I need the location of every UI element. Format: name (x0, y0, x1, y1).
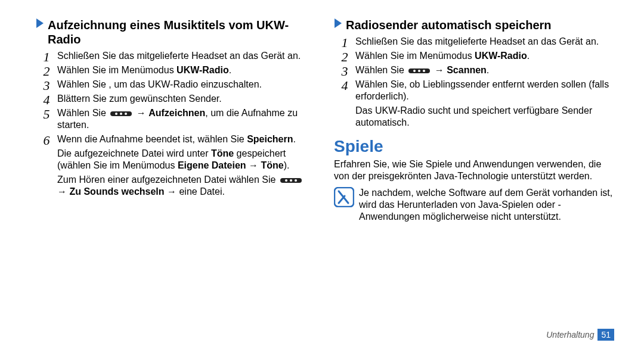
step-item: 3 Wählen Sie → Scannen. (355, 64, 614, 76)
steps-list-left: 1 Schließen Sie das mitgelieferte Headse… (36, 50, 310, 198)
step-number: 6 (39, 132, 54, 149)
step-text: Wählen Sie, ob Lieblingssender entfernt … (355, 79, 614, 102)
step-item: 4 Blättern Sie zum gewünschten Sender. (57, 93, 310, 105)
step-text: Wählen Sie im Menümodus UKW-Radio. (57, 64, 310, 76)
step-item: 1 Schließen Sie das mitgelieferte Headse… (57, 50, 310, 62)
more-dots-icon (110, 111, 132, 116)
heading-text: Aufzeichnung eines Musiktitels vom UKW-R… (48, 18, 310, 46)
step-number: 4 (338, 77, 352, 94)
section-heading-recording: Aufzeichnung eines Musiktitels vom UKW-R… (36, 18, 310, 46)
step-item: 2 Wählen Sie im Menümodus UKW-Radio. (57, 64, 310, 76)
left-column: Aufzeichnung eines Musiktitels vom UKW-R… (36, 18, 328, 343)
note-icon (334, 187, 354, 207)
step-item: 1 Schließen Sie das mitgelieferte Headse… (355, 36, 614, 48)
step-subtext: Die aufgezeichnete Datei wird unter Töne… (57, 148, 310, 172)
section-heading-autoscan: Radiosender automatisch speichern (334, 18, 614, 32)
step-subtext: Zum Hören einer aufgezeichneten Datei wä… (57, 174, 310, 198)
right-column: Radiosender automatisch speichern 1 Schl… (328, 18, 620, 343)
step-item: 3 Wählen Sie , um das UKW-Radio einzusch… (57, 79, 310, 91)
step-item: 2 Wählen Sie im Menümodus UKW-Radio. (355, 50, 614, 62)
footer-section-label: Unterhaltung (546, 330, 594, 339)
step-text: Wählen Sie im Menümodus UKW-Radio. (355, 50, 614, 62)
step-text: Wenn die Aufnahme beendet ist, wählen Si… (57, 133, 310, 145)
section-intro: Erfahren Sie, wie Sie Spiele und Anwendu… (334, 158, 614, 182)
more-dots-icon (280, 178, 302, 183)
chevron-right-icon (334, 18, 342, 29)
step-text: Schließen Sie das mitgelieferte Headset … (355, 36, 614, 48)
page-footer: Unterhaltung51 (546, 330, 614, 339)
step-number: 5 (39, 106, 54, 123)
step-item: 4 Wählen Sie, ob Lieblingssender entfern… (355, 79, 614, 129)
chevron-right-icon (36, 18, 44, 29)
section-title-games: Spiele (334, 137, 614, 156)
note-block: Je nachdem, welche Software auf dem Gerä… (334, 187, 614, 223)
step-text: Wählen Sie , um das UKW-Radio einzuschal… (57, 79, 310, 91)
steps-list-right: 1 Schließen Sie das mitgelieferte Headse… (334, 36, 614, 129)
step-text: Wählen Sie → Scannen. (355, 64, 614, 76)
step-text: Schließen Sie das mitgelieferte Headset … (57, 50, 310, 62)
more-dots-icon (408, 68, 430, 73)
step-text: Blättern Sie zum gewünschten Sender. (57, 93, 310, 105)
page-number: 51 (597, 329, 614, 341)
note-text: Je nachdem, welche Software auf dem Gerä… (359, 187, 614, 223)
step-text: Wählen Sie → Aufzeichnen, um die Aufnahm… (57, 107, 310, 131)
step-item: 5 Wählen Sie → Aufzeichnen, um die Aufna… (57, 107, 310, 131)
heading-text: Radiosender automatisch speichern (346, 18, 552, 32)
step-subtext: Das UKW-Radio sucht und speichert verfüg… (355, 105, 614, 129)
step-item: 6 Wenn die Aufnahme beendet ist, wählen … (57, 133, 310, 198)
